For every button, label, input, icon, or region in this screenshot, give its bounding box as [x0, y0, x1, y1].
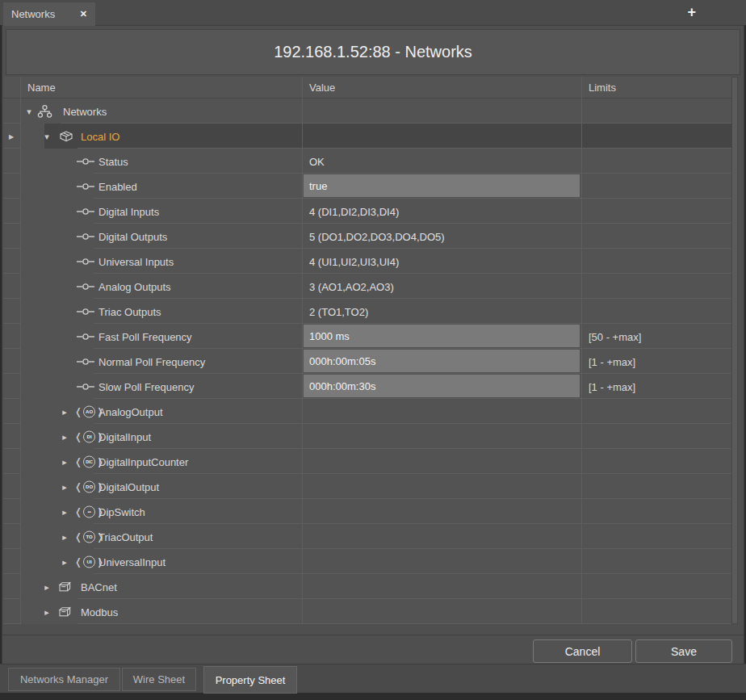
value-cell: 000h:00m:05s — [303, 349, 582, 374]
row-label: DipSwitch — [98, 505, 145, 518]
value-cell — [303, 449, 582, 474]
property-icon — [76, 157, 95, 166]
column-header-name[interactable]: Name — [21, 77, 303, 99]
row-label: Universal Inputs — [98, 255, 174, 267]
name-cell: Slow Poll Frequency — [21, 374, 303, 399]
tree-row[interactable]: ▸BACnet — [3, 574, 731, 599]
property-icon — [76, 207, 95, 216]
row-label: DigitalOutput — [98, 480, 159, 493]
value-cell: true — [303, 174, 582, 199]
tree-row[interactable]: Analog Outputs3 (AO1,AO2,AO3) — [3, 274, 731, 299]
row-gutter — [3, 199, 21, 224]
value-cell: 2 (TO1,TO2) — [303, 299, 582, 324]
column-header-limits[interactable]: Limits — [582, 77, 731, 99]
save-button[interactable]: Save — [635, 639, 732, 663]
row-label: Status — [98, 155, 128, 167]
chevron-right-icon[interactable]: ▸ — [60, 556, 69, 567]
value-cell: 1000 ms — [303, 324, 582, 349]
chevron-right-icon[interactable]: ▸ — [60, 406, 69, 417]
row-label: Fast Poll Frequency — [98, 330, 192, 342]
value-field[interactable]: 000h:00m:05s — [304, 350, 580, 372]
row-gutter — [3, 424, 21, 449]
tab-networks-manager[interactable]: Networks Manager — [8, 668, 120, 691]
chevron-down-icon[interactable]: ▾ — [42, 131, 52, 141]
name-cell: Digital Inputs — [21, 199, 303, 224]
chevron-right-icon[interactable]: ▸ — [42, 581, 52, 592]
new-tab-icon[interactable]: + — [687, 3, 696, 21]
close-icon[interactable]: ✕ — [80, 9, 87, 19]
tree-row[interactable]: Digital Inputs4 (DI1,DI2,DI3,DI4) — [3, 199, 731, 224]
tab-networks[interactable]: Networks ✕ — [3, 2, 95, 26]
property-icon — [76, 282, 95, 291]
limits-cell — [582, 99, 731, 124]
chevron-right-icon[interactable]: ▸ — [60, 506, 69, 517]
chevron-down-icon[interactable]: ▾ — [24, 106, 34, 116]
sheet-title-bar: 192.168.1.52:88 - Networks — [6, 29, 740, 75]
chevron-right-icon[interactable]: ▸ — [60, 431, 69, 442]
value-text: OK — [309, 155, 325, 167]
name-cell: ▸BACnet — [21, 574, 303, 599]
page-title: 192.168.1.52:88 - Networks — [274, 43, 472, 61]
property-icon — [76, 382, 95, 391]
value-cell — [303, 574, 582, 599]
tree-row[interactable]: Normal Poll Frequency000h:00m:05s[1 - +m… — [3, 349, 731, 374]
row-gutter — [3, 174, 21, 199]
value-cell — [303, 424, 582, 449]
chevron-right-icon[interactable]: ▸ — [60, 456, 69, 467]
tree-row[interactable]: Enabledtrue — [3, 174, 731, 199]
tree-row[interactable]: ▸❬DI❭DigitalInput — [3, 424, 731, 449]
row-separator — [78, 623, 302, 624]
name-cell: Fast Poll Frequency — [21, 324, 303, 349]
row-label: Enabled — [98, 180, 137, 192]
value-cell — [303, 549, 582, 574]
value-cell: 000h:00m:30s — [303, 374, 582, 399]
tab-wire-sheet[interactable]: Wire Sheet — [122, 668, 196, 691]
tree-row[interactable]: ▸❬DIC❭DigitalInputCounter — [3, 449, 731, 474]
tab-property-sheet[interactable]: Property Sheet — [203, 666, 297, 694]
value-field[interactable]: 1000 ms — [304, 325, 580, 347]
limits-cell — [582, 224, 731, 249]
limits-text: [1 - +max] — [589, 380, 635, 392]
tree-row[interactable]: ▸❬▪▪❭DipSwitch — [3, 499, 731, 524]
tree-row[interactable]: ▾Networks — [3, 99, 731, 124]
tree-row[interactable]: Digital Outputs5 (DO1,DO2,DO3,DO4,DO5) — [3, 224, 731, 249]
cancel-button[interactable]: Cancel — [533, 639, 632, 663]
package-icon — [58, 606, 72, 618]
tree-row[interactable]: Triac Outputs2 (TO1,TO2) — [3, 299, 731, 324]
property-icon — [76, 257, 95, 266]
limits-cell: [50 - +max] — [582, 324, 731, 349]
value-cell: 4 (DI1,DI2,DI3,DI4) — [303, 199, 582, 224]
limits-cell — [582, 199, 731, 224]
tree-table-body: ▾Networks▶▾Local IOStatusOKEnabledtrueDi… — [3, 99, 731, 624]
row-label: AnalogOutput — [98, 405, 163, 417]
tree-row[interactable]: ▸❬DO❭DigitalOutput — [3, 474, 731, 499]
row-gutter — [3, 599, 21, 624]
name-cell: Enabled — [21, 174, 303, 199]
row-label: Networks — [63, 105, 107, 117]
value-cell — [303, 99, 582, 124]
value-field[interactable]: 000h:00m:30s — [304, 375, 580, 397]
tree-row[interactable]: ▶▾Local IO — [3, 124, 731, 149]
column-header-value[interactable]: Value — [303, 77, 582, 99]
vertical-scrollbar[interactable] — [731, 77, 738, 624]
tree-row[interactable]: StatusOK — [3, 149, 731, 174]
value-text: 2 (TO1,TO2) — [309, 305, 368, 317]
chevron-right-icon[interactable]: ▸ — [42, 606, 52, 617]
tree-row[interactable]: Slow Poll Frequency000h:00m:30s[1 - +max… — [3, 374, 731, 399]
top-tab-bar: Networks ✕ + — [0, 0, 746, 25]
row-gutter — [3, 224, 21, 249]
tree-row[interactable]: Universal Inputs4 (UI1,UI2,UI3,UI4) — [3, 249, 731, 274]
value-field[interactable]: true — [304, 174, 580, 197]
row-gutter — [3, 249, 21, 274]
property-icon — [76, 307, 95, 316]
chevron-right-icon[interactable]: ▸ — [60, 531, 69, 542]
tree-row[interactable]: ▸❬TO❭TriacOutput — [3, 524, 731, 549]
name-cell: ▸❬UI❭UniversalInput — [21, 549, 303, 574]
scrollbar-thumb[interactable] — [732, 78, 737, 623]
tree-row[interactable]: ▸❬UI❭UniversalInput — [3, 549, 731, 574]
tree-row[interactable]: Fast Poll Frequency1000 ms[50 - +max] — [3, 324, 731, 349]
chevron-right-icon[interactable]: ▸ — [60, 481, 69, 492]
row-gutter — [3, 474, 21, 499]
tree-row[interactable]: ▸Modbus — [3, 599, 731, 624]
tree-row[interactable]: ▸❬AO❭AnalogOutput — [3, 399, 731, 424]
